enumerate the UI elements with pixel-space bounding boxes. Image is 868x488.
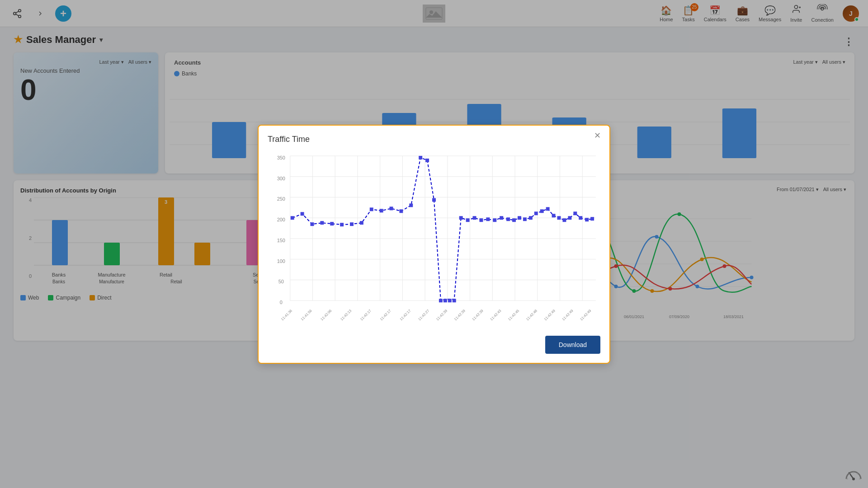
traffic-time-modal: ✕ Traffic Time 350 300 250 200 150 100 5… bbox=[258, 125, 610, 364]
svg-rect-157 bbox=[573, 211, 577, 215]
svg-text:11:41:56: 11:41:56 bbox=[300, 308, 313, 321]
svg-rect-151 bbox=[540, 209, 544, 213]
svg-rect-119 bbox=[301, 212, 304, 216]
svg-rect-129 bbox=[399, 209, 403, 213]
svg-text:11:42:45: 11:42:45 bbox=[507, 308, 520, 321]
svg-rect-121 bbox=[320, 221, 324, 225]
svg-text:11:42:27: 11:42:27 bbox=[417, 308, 430, 321]
svg-rect-137 bbox=[453, 299, 456, 302]
svg-text:11:42:48: 11:42:48 bbox=[525, 308, 538, 321]
svg-rect-153 bbox=[552, 214, 556, 217]
svg-text:11:41:36: 11:41:36 bbox=[280, 308, 293, 321]
svg-rect-152 bbox=[546, 207, 550, 211]
svg-text:11:42:17: 11:42:17 bbox=[379, 308, 392, 321]
svg-rect-149 bbox=[529, 216, 533, 220]
svg-rect-120 bbox=[310, 222, 314, 226]
svg-rect-145 bbox=[506, 217, 510, 221]
svg-rect-156 bbox=[568, 216, 571, 220]
svg-rect-139 bbox=[466, 218, 470, 222]
svg-rect-144 bbox=[500, 216, 503, 220]
svg-text:200: 200 bbox=[277, 217, 285, 222]
svg-rect-140 bbox=[473, 216, 476, 220]
svg-rect-154 bbox=[557, 216, 561, 220]
svg-rect-118 bbox=[291, 216, 294, 220]
svg-rect-124 bbox=[350, 222, 354, 226]
svg-rect-123 bbox=[340, 223, 344, 226]
svg-rect-136 bbox=[448, 299, 452, 302]
svg-text:11:42:17: 11:42:17 bbox=[399, 308, 412, 321]
svg-rect-134 bbox=[439, 299, 443, 302]
svg-text:11:42:49: 11:42:49 bbox=[561, 308, 575, 321]
svg-rect-131 bbox=[419, 155, 422, 159]
svg-text:0: 0 bbox=[280, 300, 283, 305]
svg-rect-158 bbox=[579, 216, 582, 220]
svg-rect-143 bbox=[493, 218, 496, 222]
svg-rect-150 bbox=[534, 211, 538, 215]
svg-rect-135 bbox=[443, 299, 447, 302]
svg-text:11:42:43: 11:42:43 bbox=[489, 308, 502, 321]
svg-text:11:42:39: 11:42:39 bbox=[472, 308, 485, 321]
svg-rect-148 bbox=[523, 217, 527, 221]
svg-text:11:42:49: 11:42:49 bbox=[579, 308, 592, 321]
svg-text:100: 100 bbox=[277, 258, 285, 263]
svg-text:11:42:13: 11:42:13 bbox=[340, 308, 353, 321]
svg-text:50: 50 bbox=[278, 279, 284, 284]
svg-rect-122 bbox=[330, 222, 334, 225]
svg-text:11:42:49: 11:42:49 bbox=[543, 308, 557, 321]
svg-rect-159 bbox=[585, 218, 589, 221]
modal-close-button[interactable]: ✕ bbox=[592, 130, 603, 141]
svg-rect-147 bbox=[518, 216, 521, 220]
svg-rect-133 bbox=[432, 198, 436, 202]
svg-rect-146 bbox=[512, 218, 516, 222]
svg-rect-142 bbox=[486, 217, 490, 221]
svg-rect-127 bbox=[380, 209, 383, 212]
svg-rect-126 bbox=[370, 207, 373, 211]
svg-rect-160 bbox=[590, 217, 594, 221]
modal-title: Traffic Time bbox=[268, 135, 600, 144]
svg-rect-125 bbox=[360, 221, 363, 225]
svg-rect-132 bbox=[425, 158, 429, 162]
svg-text:11:42:39: 11:42:39 bbox=[453, 308, 467, 321]
svg-text:150: 150 bbox=[277, 237, 285, 243]
download-button[interactable]: Download bbox=[545, 336, 600, 354]
svg-rect-128 bbox=[390, 206, 393, 210]
svg-text:11:42:17: 11:42:17 bbox=[359, 308, 373, 321]
svg-text:350: 350 bbox=[277, 155, 285, 160]
traffic-time-chart: 350 300 250 200 150 100 50 0 bbox=[268, 151, 600, 323]
svg-rect-155 bbox=[562, 218, 566, 222]
svg-rect-141 bbox=[479, 218, 483, 222]
modal-overlay[interactable]: ✕ Traffic Time 350 300 250 200 150 100 5… bbox=[0, 0, 868, 488]
svg-rect-138 bbox=[459, 216, 463, 220]
svg-text:300: 300 bbox=[277, 175, 285, 181]
svg-text:11:42:39: 11:42:39 bbox=[435, 308, 448, 321]
svg-text:250: 250 bbox=[277, 196, 285, 202]
svg-rect-130 bbox=[409, 203, 413, 207]
svg-text:11:42:06: 11:42:06 bbox=[320, 308, 333, 321]
